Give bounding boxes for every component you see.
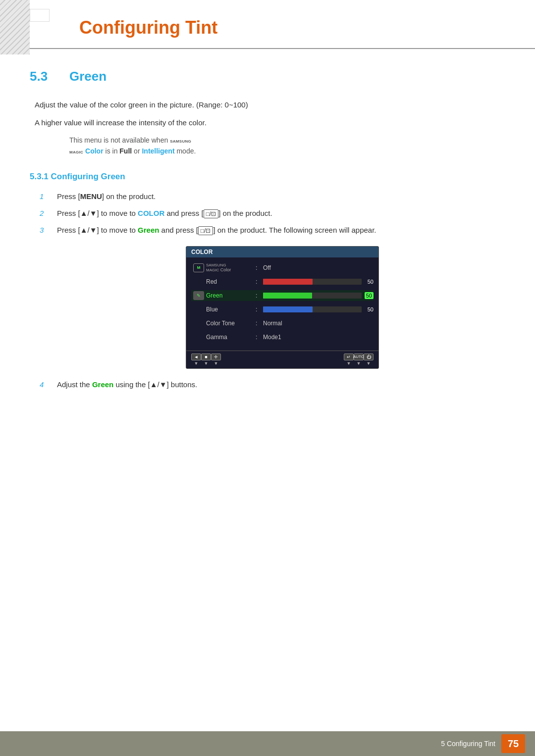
section-heading: 5.3 Green xyxy=(30,69,505,84)
footer-section-label: 5 Configuring Tint xyxy=(441,740,495,748)
menu-row-gamma: Gamma : Mode1 xyxy=(191,332,374,343)
red-bar-fill xyxy=(263,279,313,285)
footer-page-number: 75 xyxy=(501,734,525,753)
prev-arrow: ▼ xyxy=(194,361,199,366)
enter-button-icon: □/⊡ xyxy=(204,209,219,218)
menu-value-gamma: Mode1 xyxy=(263,334,374,341)
menu-colon-gamma: : xyxy=(256,334,263,341)
step-2-number: 2 xyxy=(40,207,54,219)
step-2: 2 Press [▲/▼] to move to COLOR and press… xyxy=(40,207,505,219)
menu-row-samsung-magic: M SAMSUNG MAGIC Color : Off xyxy=(191,262,374,273)
monitor-body: M SAMSUNG MAGIC Color : Off xyxy=(186,257,378,351)
bottom-btn-auto: AUTO ▼ xyxy=(354,353,364,366)
menu-colon-magic: : xyxy=(256,264,263,271)
menu-row-green: ✎ Green : 50 xyxy=(191,290,374,301)
menu-colon-red: : xyxy=(256,278,263,285)
menu-label-red: Red xyxy=(206,278,256,285)
power-arrow: ▼ xyxy=(367,361,371,366)
monitor-screen: COLOR M SAMSUNG MAGIC Color xyxy=(186,246,379,369)
menu-colon-green: : xyxy=(256,292,263,299)
step-4-text: Adjust the Green using the [▲/▼] buttons… xyxy=(57,379,505,391)
menu-label-blue: Blue xyxy=(206,306,256,313)
monitor-titlebar: COLOR xyxy=(186,247,378,257)
bottom-btn-power: ⏻ ▼ xyxy=(364,353,374,366)
menu-row-color-tone: Color Tone : Normal xyxy=(191,318,374,329)
prev-icon: ◄ xyxy=(191,353,201,360)
blue-bar-fill xyxy=(263,306,313,312)
green-bar-fill xyxy=(263,293,312,299)
menu-label-gamma: Gamma xyxy=(206,334,256,341)
menu-row-red: Red : 50 xyxy=(191,276,374,287)
bottom-btn-prev: ◄ ▼ xyxy=(191,353,201,366)
menu-colon-blue: : xyxy=(256,306,263,313)
menu-key: MENU xyxy=(80,192,102,201)
step-2-text: Press [▲/▼] to move to COLOR and press [… xyxy=(57,207,505,219)
monitor-bottombar: ◄ ▼ ■ ▼ ✛ ▼ ↵ xyxy=(186,351,378,368)
menu-value-red: 50 xyxy=(263,279,374,285)
menu-colon-colortone: : xyxy=(256,320,263,327)
page-title: Configuring Tint xyxy=(79,17,505,38)
decorative-stripe xyxy=(0,0,30,54)
bottom-btn-minus: ■ ▼ xyxy=(201,353,211,366)
description2: A higher value will increase the intensi… xyxy=(35,117,505,129)
auto-arrow: ▼ xyxy=(357,361,361,366)
page-title-area: Configuring Tint xyxy=(0,0,535,49)
green-ref-2: Green xyxy=(92,380,113,389)
footer: 5 Configuring Tint 75 xyxy=(0,731,535,756)
menu-label-magic-color: SAMSUNG MAGIC Color xyxy=(206,263,256,272)
main-content: 5.3 Green Adjust the value of the color … xyxy=(0,69,535,391)
menu-value-magic: Off xyxy=(263,264,374,271)
color-ref: COLOR xyxy=(138,209,164,217)
menu-icon-magic: M xyxy=(191,263,206,272)
menu-row-blue: Blue : 50 xyxy=(191,304,374,315)
menu-value-colortone: Normal xyxy=(263,320,374,327)
plus-icon: ✛ xyxy=(211,353,221,360)
step-4-number: 4 xyxy=(40,379,54,391)
step-4: 4 Adjust the Green using the [▲/▼] butto… xyxy=(40,379,505,391)
stripe-rectangle xyxy=(30,9,50,22)
description1: Adjust the value of the color green in t… xyxy=(35,99,505,111)
enter-arrow: ▼ xyxy=(347,361,351,366)
step-3-text: Press [▲/▼] to move to Green and press [… xyxy=(57,224,505,236)
minus-icon: ■ xyxy=(201,353,211,360)
bottom-btn-enter: ↵ ▼ xyxy=(344,353,354,366)
section-number: 5.3 xyxy=(30,69,59,84)
section-title: Green xyxy=(69,69,107,84)
blue-bar-container xyxy=(263,306,362,312)
red-bar-number: 50 xyxy=(365,279,374,285)
blue-bar-number: 50 xyxy=(365,306,374,312)
enter-icon: ↵ xyxy=(344,353,354,360)
note-text: This menu is not available when SAMSUNG … xyxy=(69,135,505,157)
green-bar-number: 50 xyxy=(365,292,374,299)
subsection-number: 5.3.1 xyxy=(30,172,49,181)
steps-list: 1 Press [MENU] on the product. 2 Press [… xyxy=(40,191,505,391)
monitor-screenshot: COLOR M SAMSUNG MAGIC Color xyxy=(59,246,505,369)
menu-label-green: Green xyxy=(206,292,256,299)
step-3: 3 Press [▲/▼] to move to Green and press… xyxy=(40,224,505,236)
bottom-btn-plus: ✛ ▼ xyxy=(211,353,221,366)
menu-icon-green: ✎ xyxy=(191,291,206,300)
subsection-title: Configuring Green xyxy=(51,172,125,181)
step-1-number: 1 xyxy=(40,191,54,202)
menu-label-colortone: Color Tone xyxy=(206,320,256,327)
enter-button-icon-2: □/⊡ xyxy=(198,226,214,235)
power-icon: ⏻ xyxy=(364,353,374,360)
menu-value-blue: 50 xyxy=(263,306,374,312)
step-3-number: 3 xyxy=(40,224,54,236)
green-bar-container xyxy=(263,293,362,299)
menu-value-green: 50 xyxy=(263,292,374,299)
subsection: 5.3.1 Configuring Green 1 Press [MENU] o… xyxy=(30,172,505,391)
step-1: 1 Press [MENU] on the product. xyxy=(40,191,505,202)
red-bar-container xyxy=(263,279,362,285)
plus-arrow: ▼ xyxy=(214,361,218,366)
minus-arrow: ▼ xyxy=(204,361,209,366)
auto-icon: AUTO xyxy=(354,353,364,360)
green-ref: Green xyxy=(138,226,159,234)
step-1-text: Press [MENU] on the product. xyxy=(57,191,505,202)
subsection-heading: 5.3.1 Configuring Green xyxy=(30,172,505,182)
